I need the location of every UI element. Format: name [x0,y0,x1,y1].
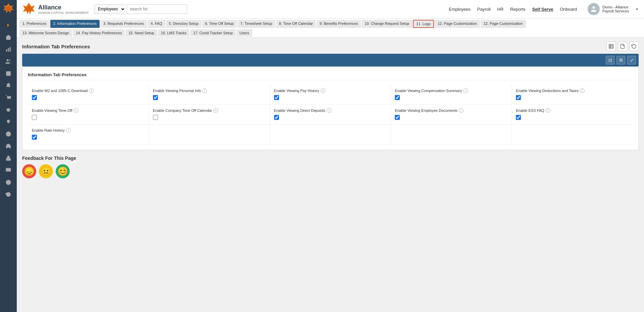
blue-banner: ⊡ ⧉ ⤢ [22,54,639,66]
tab-row2-3[interactable]: 15. Need Setup [125,29,157,37]
pref-info-icon-4[interactable]: i [463,88,468,93]
pref-info-icon-7[interactable]: i [213,108,218,113]
pref-checkbox-6[interactable] [32,115,37,120]
banner-icon-3[interactable]: ⤢ [627,56,636,64]
pref-info-icon-5[interactable]: i [580,88,585,93]
pref-cell-empty-1 [270,125,391,144]
pref-label-1: Enable W2 and 1095-C Download i [32,88,145,93]
svg-point-21 [592,6,595,9]
sidebar-item-display[interactable] [2,165,14,176]
document-view-button[interactable] [618,42,627,51]
tab-8[interactable]: 8. Time Off Calendar [276,20,316,28]
tab-9[interactable]: 9. Benefits Preferences [317,20,361,28]
pref-checkbox-10[interactable] [516,115,521,120]
tab-7[interactable]: 7. Timesheet Setup [237,20,275,28]
feedback-neutral-button[interactable]: 😐 [39,164,53,178]
sidebar-item-security[interactable] [2,153,14,164]
svg-point-5 [7,59,9,61]
pref-info-icon-10[interactable]: i [546,108,550,113]
pref-cell-7: Enable Company Time Off Calendar i [149,105,270,125]
top-nav-links: Employees Payroll HR Reports Self Serve … [449,7,577,12]
tab-13[interactable]: 12. Page Customization [481,20,526,28]
svg-rect-15 [6,168,11,172]
content-area: Information Tab Preferences ⊡ ⧉ ⤢ Inform… [17,38,644,312]
tab-row2-6[interactable]: Users [236,29,252,37]
sidebar-item-training[interactable] [2,104,14,115]
pref-info-icon-2[interactable]: i [202,88,207,93]
search-input[interactable] [127,4,187,14]
tab-12[interactable]: 12. Page Customization [435,20,480,28]
pref-checkbox-11[interactable] [32,135,37,140]
nav-link-employees[interactable]: Employees [449,7,470,12]
tab-6[interactable]: 6. Time Off Setup [202,20,237,28]
sidebar-item-reports[interactable] [2,68,14,79]
tab-10[interactable]: 10. Change Request Setup [362,20,412,28]
feedback-sad-button[interactable]: 😞 [22,164,36,178]
avatar [588,3,600,15]
banner-icon-2[interactable]: ⧉ [616,56,625,64]
pref-checkbox-3[interactable] [274,95,279,100]
tab-3[interactable]: 3. Requests Preferences [100,20,147,28]
sidebar-item-ideas[interactable] [2,117,14,127]
pref-info-icon-9[interactable]: i [459,108,464,113]
pref-cell-empty-0 [149,125,270,144]
pref-checkbox-4[interactable] [395,95,400,100]
sidebar-item-history[interactable] [2,189,14,200]
main-area: Alliance HUMAN CAPITAL MANAGEMENT Employ… [17,0,644,312]
user-dropdown-icon[interactable]: ▼ [635,7,639,11]
svg-rect-22 [609,44,613,48]
search-area: Employees [94,4,187,14]
preferences-card: Information Tab Preferences Enable W2 an… [22,66,639,150]
nav-link-payroll[interactable]: Payroll [477,7,491,12]
pref-cell-9: Enable Viewing Employee Documents i [391,105,512,125]
tab-row2-4[interactable]: 16. LMS Tracks [158,29,190,37]
tab-4[interactable]: 4. FAQ [148,20,165,28]
pref-info-icon-11[interactable]: i [66,128,71,133]
pref-info-icon-8[interactable]: i [327,108,331,113]
tab-row2-2[interactable]: 14. Pay History Preferences [73,29,125,37]
pref-info-icon-3[interactable]: i [321,88,325,93]
tab-5[interactable]: 5. Directory Setup [166,20,202,28]
pref-label-11: Enable Rate History i [32,128,145,133]
sidebar-item-notifications[interactable] [2,80,14,91]
sidebar-expand-arrow[interactable] [2,20,14,31]
tab-row2-1[interactable]: 13. Welcome Screen Design [19,29,72,37]
sidebar-item-dashboard[interactable] [2,44,14,55]
banner-icon-1[interactable]: ⊡ [606,56,614,64]
tab-2[interactable]: 2. Information Preferences [50,20,100,28]
search-category-select[interactable]: Employees [94,4,125,14]
pref-cell-empty-3 [512,125,633,144]
pref-checkbox-7[interactable] [153,115,158,120]
sidebar-item-home[interactable] [2,32,14,43]
pref-checkbox-9[interactable] [395,115,400,120]
table-view-button[interactable] [606,42,616,51]
nav-link-selfserve[interactable]: Self Serve [532,7,553,12]
nav-link-hr[interactable]: HR [497,7,503,12]
pref-checkbox-5[interactable] [516,95,521,100]
tab-row2-5[interactable]: 17. Covid Tracker Setup [190,29,236,37]
nav-link-onboard[interactable]: Onboard [560,7,577,12]
pref-checkbox-2[interactable] [153,95,158,100]
sidebar-item-employees[interactable] [2,56,14,67]
nav-link-reports[interactable]: Reports [510,7,526,12]
pref-info-icon-1[interactable]: i [89,88,94,93]
tabs-row: 1. Preferences2. Information Preferences… [17,18,644,38]
pref-cell-2: Enable Viewing Personal Info i [149,85,270,105]
pref-checkbox-1[interactable] [32,95,37,100]
sidebar-item-cart[interactable] [2,92,14,103]
tab-11[interactable]: 11. Logo [413,20,434,28]
history-button[interactable] [629,42,639,51]
pref-checkbox-8[interactable] [274,115,279,120]
pref-label-3: Enable Viewing Pay History i [274,88,387,93]
pref-label-4: Enable Viewing Compensation Summary i [395,88,507,93]
sidebar-item-help[interactable] [2,129,14,139]
sidebar-item-support[interactable] [2,141,14,151]
pref-label-9: Enable Viewing Employee Documents i [395,108,507,113]
sidebar-item-time[interactable] [2,177,14,188]
pref-cell-5: Enable Viewing Deductions and Taxes i [512,85,633,105]
pref-info-icon-6[interactable]: i [74,108,78,113]
pref-cell-4: Enable Viewing Compensation Summary i [391,85,512,105]
feedback-happy-button[interactable]: 😊 [56,164,70,178]
tab-1[interactable]: 1. Preferences [19,20,50,28]
alliance-logo-icon [22,2,36,16]
